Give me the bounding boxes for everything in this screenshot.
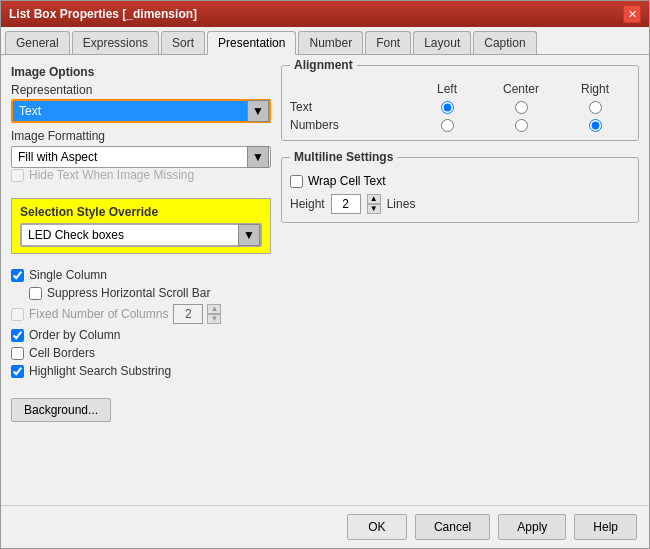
suppress-scroll-item: Suppress Horizontal Scroll Bar xyxy=(11,286,271,300)
wrap-cell-checkbox[interactable] xyxy=(290,175,303,188)
center-header: Center xyxy=(486,82,556,96)
representation-label: Representation xyxy=(11,83,271,97)
alignment-title: Alignment xyxy=(290,58,357,72)
text-center-radio-container xyxy=(486,101,556,114)
numbers-center-radio-container xyxy=(486,119,556,132)
main-window: List Box Properties [_dimension] ✕ Gener… xyxy=(0,0,650,549)
text-right-radio[interactable] xyxy=(589,101,602,114)
single-column-checkbox[interactable] xyxy=(11,269,24,282)
tab-expressions[interactable]: Expressions xyxy=(72,31,159,54)
text-left-radio[interactable] xyxy=(441,101,454,114)
height-up[interactable]: ▲ xyxy=(367,194,381,204)
single-column-item: Single Column xyxy=(11,268,271,282)
text-left-radio-container xyxy=(412,101,482,114)
height-input[interactable] xyxy=(331,194,361,214)
ok-button[interactable]: OK xyxy=(347,514,407,540)
suppress-scroll-checkbox[interactable] xyxy=(29,287,42,300)
image-formatting-label: Image Formatting xyxy=(11,129,271,143)
tab-sort[interactable]: Sort xyxy=(161,31,205,54)
wrap-cell-row: Wrap Cell Text xyxy=(290,174,630,188)
background-button-container: Background... xyxy=(11,398,271,422)
tab-number[interactable]: Number xyxy=(298,31,363,54)
numbers-right-radio-container xyxy=(560,119,630,132)
suppress-scroll-label: Suppress Horizontal Scroll Bar xyxy=(47,286,210,300)
highlight-label: Highlight Search Substring xyxy=(29,364,171,378)
highlight-item: Highlight Search Substring xyxy=(11,364,271,378)
alignment-grid: Left Center Right Text Numb xyxy=(290,82,630,132)
tab-presentation[interactable]: Presentation xyxy=(207,31,296,55)
highlight-checkbox[interactable] xyxy=(11,365,24,378)
text-center-radio[interactable] xyxy=(515,101,528,114)
image-options-group: Image Options Representation Text ▼ Imag… xyxy=(11,65,271,186)
numbers-right-radio[interactable] xyxy=(589,119,602,132)
left-header: Left xyxy=(412,82,482,96)
background-button[interactable]: Background... xyxy=(11,398,111,422)
hide-text-label: Hide Text When Image Missing xyxy=(29,168,194,182)
tabs-bar: General Expressions Sort Presentation Nu… xyxy=(1,27,649,55)
fixed-columns-up[interactable]: ▲ xyxy=(207,304,221,314)
fixed-columns-down[interactable]: ▼ xyxy=(207,314,221,324)
image-formatting-dropdown-container: Fill with Aspect ▼ xyxy=(11,146,271,168)
fixed-columns-label: Fixed Number of Columns xyxy=(29,307,168,321)
tab-caption[interactable]: Caption xyxy=(473,31,536,54)
tab-general[interactable]: General xyxy=(5,31,70,54)
image-options-title: Image Options xyxy=(11,65,271,79)
order-by-column-item: Order by Column xyxy=(11,328,271,342)
main-content: Image Options Representation Text ▼ Imag… xyxy=(1,55,649,505)
height-label: Height xyxy=(290,197,325,211)
help-button[interactable]: Help xyxy=(574,514,637,540)
window-title: List Box Properties [_dimension] xyxy=(9,7,197,21)
order-by-column-label: Order by Column xyxy=(29,328,120,342)
tab-font[interactable]: Font xyxy=(365,31,411,54)
height-down[interactable]: ▼ xyxy=(367,204,381,214)
numbers-left-radio-container xyxy=(412,119,482,132)
height-spin: ▲ ▼ xyxy=(367,194,381,214)
hide-text-item: Hide Text When Image Missing xyxy=(11,168,271,182)
lines-label: Lines xyxy=(387,197,416,211)
cell-borders-label: Cell Borders xyxy=(29,346,95,360)
tab-layout[interactable]: Layout xyxy=(413,31,471,54)
alignment-group: Alignment Left Center Right Text xyxy=(281,65,639,141)
wrap-cell-label: Wrap Cell Text xyxy=(308,174,386,188)
text-align-label: Text xyxy=(290,100,408,114)
representation-dropdown-container: Text ▼ xyxy=(11,99,271,123)
numbers-left-radio[interactable] xyxy=(441,119,454,132)
fixed-columns-item: Fixed Number of Columns ▲ ▼ xyxy=(11,304,271,324)
close-button[interactable]: ✕ xyxy=(623,5,641,23)
bottom-bar: OK Cancel Apply Help xyxy=(1,505,649,548)
order-by-column-checkbox[interactable] xyxy=(11,329,24,342)
multiline-title: Multiline Settings xyxy=(290,150,397,164)
right-header: Right xyxy=(560,82,630,96)
multiline-group: Multiline Settings Wrap Cell Text Height… xyxy=(281,157,639,223)
single-column-label: Single Column xyxy=(29,268,107,282)
left-panel: Image Options Representation Text ▼ Imag… xyxy=(11,65,271,495)
right-panel: Alignment Left Center Right Text xyxy=(281,65,639,495)
fixed-columns-input[interactable] xyxy=(173,304,203,324)
text-right-radio-container xyxy=(560,101,630,114)
numbers-align-label: Numbers xyxy=(290,118,408,132)
checkboxes-section: Single Column Suppress Horizontal Scroll… xyxy=(11,268,271,382)
led-dropdown-container: LED Check boxes ▼ xyxy=(20,223,262,247)
cancel-button[interactable]: Cancel xyxy=(415,514,490,540)
title-bar: List Box Properties [_dimension] ✕ xyxy=(1,1,649,27)
apply-button[interactable]: Apply xyxy=(498,514,566,540)
multiline-content: Wrap Cell Text Height ▲ ▼ Lines xyxy=(290,174,630,214)
selection-style-box: Selection Style Override LED Check boxes… xyxy=(11,198,271,254)
led-dropdown[interactable]: LED Check boxes xyxy=(20,223,262,247)
hide-text-checkbox[interactable] xyxy=(11,169,24,182)
fixed-columns-spin: ▲ ▼ xyxy=(207,304,221,324)
cell-borders-checkbox[interactable] xyxy=(11,347,24,360)
cell-borders-item: Cell Borders xyxy=(11,346,271,360)
fixed-columns-checkbox[interactable] xyxy=(11,308,24,321)
numbers-center-radio[interactable] xyxy=(515,119,528,132)
selection-style-label: Selection Style Override xyxy=(20,205,262,219)
height-row: Height ▲ ▼ Lines xyxy=(290,194,630,214)
led-dropdown-arrow[interactable]: ▼ xyxy=(238,224,260,246)
alignment-grid-container: Left Center Right Text Numb xyxy=(290,82,630,132)
image-formatting-dropdown[interactable]: Fill with Aspect xyxy=(11,146,271,168)
fixed-columns-number-container: ▲ ▼ xyxy=(173,304,221,324)
representation-dropdown[interactable]: Text xyxy=(11,99,271,123)
